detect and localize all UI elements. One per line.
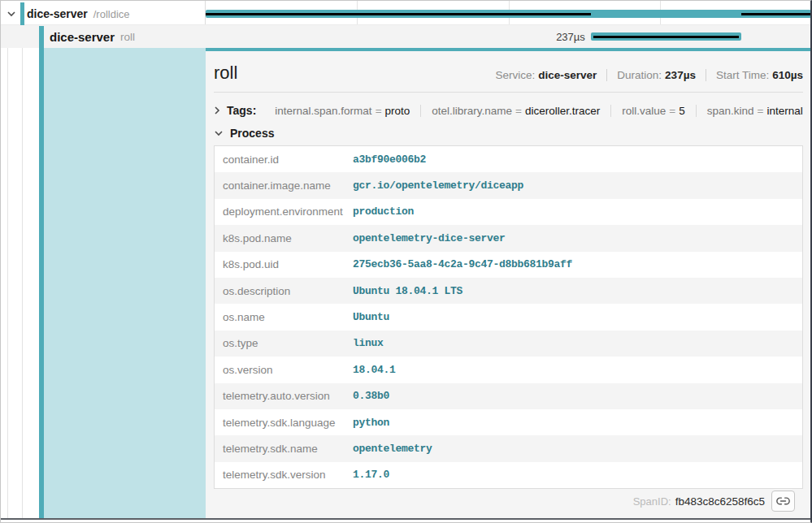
span-operation-name: /rolldice bbox=[93, 8, 130, 20]
process-key: container.image.name bbox=[215, 179, 353, 192]
process-key: deployment.environment bbox=[215, 205, 353, 218]
process-key: k8s.pod.name bbox=[215, 232, 353, 244]
process-table-row: telemetry.sdk.name opentelemetry bbox=[215, 435, 802, 461]
indent-guide bbox=[22, 48, 23, 518]
chevron-down-icon[interactable] bbox=[214, 130, 224, 136]
process-value: 275ecb36-5aa8-4c2a-9c47-d8bb681b9aff bbox=[353, 258, 572, 270]
critical-path-segment bbox=[206, 13, 591, 15]
indent-guide bbox=[7, 48, 8, 518]
process-table-row: k8s.pod.uid 275ecb36-5aa8-4c2a-9c47-d8bb… bbox=[215, 252, 802, 278]
process-key: telemetry.sdk.language bbox=[215, 417, 353, 429]
span-overview-metrics: Service:dice-server Duration:237µs Start… bbox=[485, 69, 803, 81]
process-key: telemetry.sdk.name bbox=[215, 443, 353, 455]
process-value: 1.17.0 bbox=[353, 469, 389, 481]
chevron-down-icon[interactable] bbox=[7, 11, 16, 17]
metric-duration: Duration:237µs bbox=[606, 69, 706, 81]
tags-section-header[interactable]: Tags: internal.span.format=proto otel.li… bbox=[214, 100, 803, 121]
service-color-bar bbox=[39, 26, 44, 48]
process-table-row: os.name Ubuntu bbox=[215, 304, 802, 330]
chevron-right-icon[interactable] bbox=[214, 106, 220, 115]
tag-item: otel.library.name=diceroller.tracer bbox=[420, 105, 610, 117]
process-table-row: container.image.name gcr.io/opentelemetr… bbox=[215, 172, 802, 198]
process-table-row: os.version 18.04.1 bbox=[215, 357, 802, 383]
tag-item: span.kind=internal bbox=[696, 105, 812, 117]
detail-row-highlight bbox=[44, 48, 206, 518]
detail-bottom-border bbox=[1, 518, 811, 520]
process-value: opentelemetry-dice-server bbox=[353, 232, 506, 244]
process-table-row: k8s.pod.name opentelemetry-dice-server bbox=[215, 225, 802, 251]
process-value: 18.04.1 bbox=[353, 364, 396, 376]
process-table-row: telemetry.sdk.language python bbox=[215, 409, 802, 435]
span-operation-name: roll bbox=[120, 31, 135, 43]
process-value: python bbox=[353, 417, 389, 429]
span-footer: SpanID: fb483c8c6258f6c5 bbox=[633, 491, 795, 512]
process-key: os.description bbox=[215, 285, 353, 297]
timeline-row-rolldice bbox=[206, 2, 811, 25]
service-color-bar bbox=[20, 2, 24, 25]
process-value: 0.38b0 bbox=[353, 390, 389, 402]
process-value: Ubuntu bbox=[353, 311, 389, 323]
process-table-row: container.id a3bf90e006b2 bbox=[215, 146, 802, 172]
process-key: telemetry.sdk.version bbox=[215, 469, 353, 481]
process-label: Process bbox=[230, 127, 274, 140]
process-value: a3bf90e006b2 bbox=[353, 153, 426, 166]
link-icon bbox=[776, 496, 790, 506]
process-table: container.id a3bf90e006b2 container.imag… bbox=[214, 145, 803, 489]
process-key: container.id bbox=[215, 153, 353, 166]
process-table-row: deployment.environment production bbox=[215, 199, 802, 225]
tags-label: Tags: bbox=[227, 104, 256, 117]
duration-label: 237µs bbox=[556, 31, 585, 43]
process-value: production bbox=[353, 205, 414, 218]
roll-span-bar[interactable] bbox=[591, 32, 742, 41]
process-table-row: telemetry.sdk.version 1.17.0 bbox=[215, 462, 802, 488]
metric-start-time: Start Time:610µs bbox=[706, 69, 803, 81]
process-key: k8s.pod.uid bbox=[215, 258, 353, 270]
span-detail-panel: roll Service:dice-server Duration:237µs … bbox=[206, 48, 811, 518]
span-service-name: dice-server bbox=[27, 7, 88, 20]
process-value: gcr.io/opentelemetry/diceapp bbox=[353, 179, 523, 192]
tag-item: internal.span.format=proto bbox=[264, 105, 420, 117]
process-key: os.version bbox=[215, 364, 353, 376]
process-key: telemetry.auto.version bbox=[215, 390, 353, 402]
critical-path-segment bbox=[741, 13, 811, 15]
process-table-row: os.type linux bbox=[215, 331, 802, 357]
spanid-label: SpanID: bbox=[633, 495, 671, 508]
process-key: os.name bbox=[215, 311, 353, 323]
timeline-row-roll: 237µs bbox=[206, 25, 811, 48]
span-title: roll bbox=[214, 63, 237, 84]
process-value: opentelemetry bbox=[353, 443, 432, 455]
rolldice-span-bar[interactable] bbox=[206, 10, 811, 18]
process-value: linux bbox=[353, 337, 384, 349]
spanid-value: fb483c8c6258f6c5 bbox=[675, 495, 765, 508]
process-table-row: telemetry.auto.version 0.38b0 bbox=[215, 383, 802, 409]
deep-link-button[interactable] bbox=[771, 491, 795, 512]
header-divider bbox=[214, 92, 803, 93]
span-service-name: dice-server bbox=[50, 30, 115, 44]
process-value: Ubuntu 18.04.1 LTS bbox=[353, 285, 462, 297]
span-row-roll[interactable]: dice-server roll bbox=[1, 25, 206, 48]
tag-item: roll.value=5 bbox=[610, 105, 695, 117]
process-key: os.type bbox=[215, 337, 353, 349]
critical-path-segment bbox=[593, 36, 740, 38]
jaeger-span-detail-view: dice-server /rolldice dice-server roll 2… bbox=[0, 0, 812, 523]
metric-service: Service:dice-server bbox=[485, 69, 606, 81]
process-section-header[interactable]: Process bbox=[214, 124, 274, 142]
span-row-rolldice[interactable]: dice-server /rolldice bbox=[1, 2, 206, 25]
tag-list: internal.span.format=proto otel.library.… bbox=[264, 105, 812, 117]
process-table-row: os.description Ubuntu 18.04.1 LTS bbox=[215, 278, 802, 304]
